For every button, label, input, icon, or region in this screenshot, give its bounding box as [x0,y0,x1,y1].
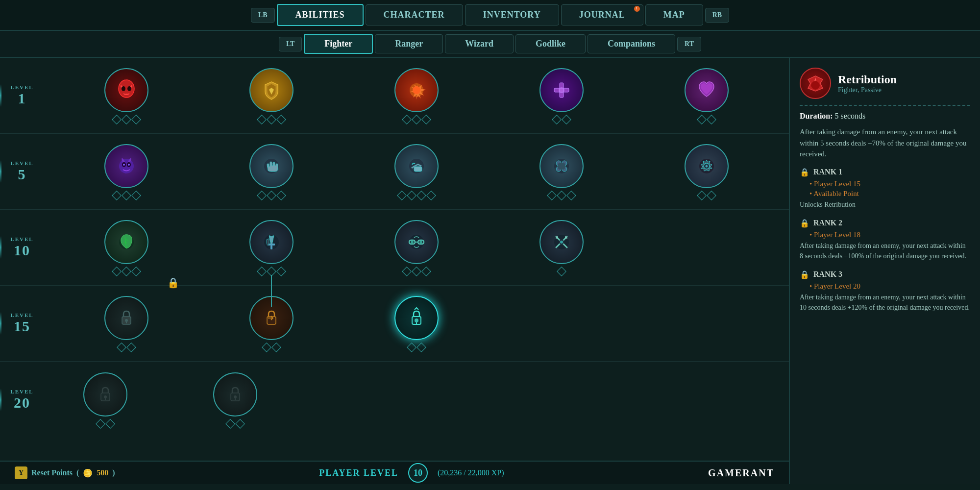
ability-slot-15-1 [104,296,148,351]
rank-label-3: RANK 3 [813,270,842,279]
subtab-godlike[interactable]: Godlike [515,34,586,53]
detail-description: After taking damage from an enemy, your … [800,126,970,160]
ability-icon-locked-20-2[interactable] [213,372,257,416]
ability-slot-5-3 [394,144,439,199]
tab-inventory[interactable]: INVENTORY [465,4,559,25]
connector-v-10-2 [271,275,272,307]
ability-icon-shield[interactable] [249,68,294,112]
ability-slot-1-2 [249,68,294,123]
ability-slot-5-5 [685,144,729,199]
subtab-companions[interactable]: Companions [588,34,675,53]
ability-pips-15-2 [263,344,280,351]
pip [276,115,286,124]
ability-pips-1-2 [258,116,285,123]
level-row-10: LEVEL 10 [0,210,789,286]
ability-pips-5-5 [698,192,715,199]
pip [126,343,136,352]
pip [407,191,416,200]
pip [131,115,141,124]
lb-button[interactable]: LB [251,8,275,23]
subtab-ranger[interactable]: Ranger [375,34,443,53]
reset-points-button[interactable]: Y Reset Points (🪙 500 ) [15,466,115,479]
rank-block-2: 🔒 RANK 2 • Player Level 18 After taking … [800,219,970,261]
subtab-wizard[interactable]: Wizard [445,34,514,53]
ability-pips-1-1 [113,116,140,123]
pip [407,343,416,352]
ability-icon-explosion[interactable] [394,68,439,112]
pip [412,267,421,276]
rt-button[interactable]: RT [677,37,701,51]
ability-pips-5-4 [548,192,575,199]
ability-slot-15-3 [394,296,439,351]
svg-point-1 [122,86,125,91]
ability-icon-crossed-swords[interactable] [539,220,584,264]
ability-pips-1-3 [403,116,430,123]
level-label-5: LEVEL 5 [0,160,44,183]
ability-icon-heart[interactable] [685,68,729,112]
detail-panel: Retribution Fighter, Passive Duration: 5… [789,58,980,484]
ability-icon-sword-shield[interactable] [249,220,294,264]
ability-pips-5-3 [398,192,435,199]
bottom-bar: Y Reset Points (🪙 500 ) PLAYER LEVEL 10 … [0,461,789,484]
rank-effect-3: After taking damage from an enemy, your … [800,292,970,313]
detail-header: Retribution Fighter, Passive [800,68,970,106]
tab-map[interactable]: MAP [645,4,703,25]
lock-icon-3: 🔒 [800,270,809,279]
pip [552,115,562,124]
rank-header-1: 🔒 RANK 1 [800,168,970,177]
ability-slot-10-2 [249,220,294,275]
svg-point-39 [411,241,414,244]
duration-label: Duration: [800,112,833,120]
pip [257,191,267,200]
subtab-fighter[interactable]: Fighter [304,34,373,54]
rb-button[interactable]: RB [705,8,729,23]
ability-pips-1-4 [553,116,570,123]
ability-slot-10-1 [104,220,148,275]
pip [122,115,131,124]
ability-icon-locked-20-1[interactable] [83,372,127,416]
pip [225,419,235,429]
level-label-20: LEVEL 20 [0,389,44,411]
svg-point-57 [234,395,237,398]
ability-icon-cross[interactable] [539,68,584,112]
ability-icon-locked-1[interactable] [104,296,148,340]
pip [105,419,115,429]
pip [117,343,126,352]
ability-pips-1-5 [698,116,715,123]
tab-abilities[interactable]: ABILITIES [277,4,364,26]
pip [267,115,276,124]
ability-pips-10-2 [258,268,285,275]
detail-duration: Duration: 5 seconds [800,112,970,121]
rank-req-player-1: • Player Level 15 [800,180,970,188]
pip [412,115,421,124]
lt-button[interactable]: LT [279,37,302,51]
sub-nav: LT Fighter Ranger Wizard Godlike Compani… [0,31,980,58]
ability-pips-10-3 [403,268,430,275]
ability-icon-active-locked[interactable] [394,296,439,340]
svg-point-17 [128,164,130,166]
pip [267,191,276,200]
ability-pips-20-1 [97,420,114,427]
top-nav: LB ABILITIES CHARACTER INVENTORY JOURNAL… [0,0,980,31]
rank-effect-1: Unlocks Retribution [800,199,970,210]
pip [426,191,436,200]
pip [416,343,426,352]
svg-rect-33 [268,244,275,245]
player-level-label: PLAYER LEVEL [319,468,398,478]
tab-journal[interactable]: JOURNAL ! [561,4,643,25]
tab-character[interactable]: CHARACTER [366,4,463,25]
ability-icon-cog[interactable] [685,144,729,188]
ability-icon-hand[interactable] [249,144,294,188]
rank-block-3: 🔒 RANK 3 • Player Level 20 After taking … [800,270,970,313]
pip [402,115,412,124]
level-label-15: LEVEL 15 [0,312,44,335]
ability-icon-chain[interactable] [394,220,439,264]
pip [257,115,267,124]
detail-title-block: Retribution Fighter, Passive [838,73,897,94]
ability-icon-leaf[interactable] [104,220,148,264]
ability-icon-bone[interactable] [539,144,584,188]
ability-icon-fighter-mask[interactable] [104,68,148,112]
ability-icon-creature[interactable] [104,144,148,188]
pip [421,267,431,276]
ability-icon-punch[interactable] [394,144,439,188]
